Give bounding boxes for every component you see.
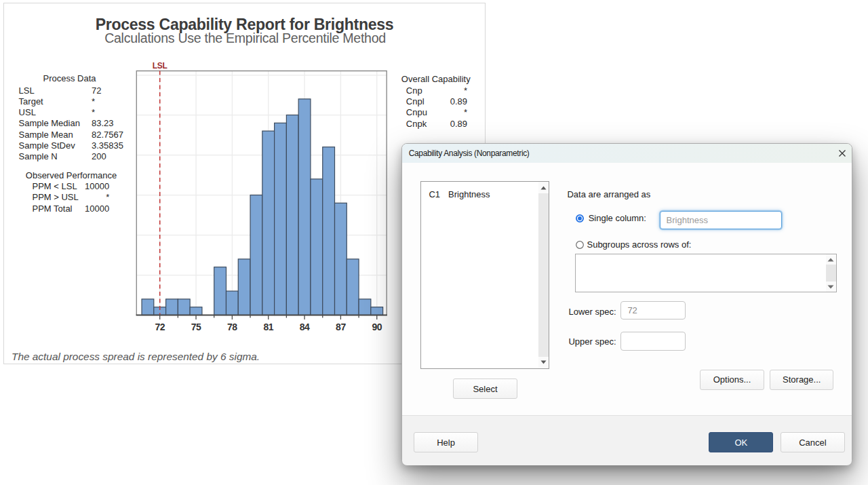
svg-text:LSL: LSL [153, 61, 167, 71]
svg-text:78: 78 [227, 322, 237, 332]
svg-text:75: 75 [191, 322, 201, 332]
svg-text:87: 87 [336, 322, 346, 332]
svg-text:84: 84 [300, 322, 310, 332]
svg-text:72: 72 [155, 322, 165, 332]
svg-text:90: 90 [372, 322, 382, 332]
svg-text:81: 81 [263, 322, 273, 332]
